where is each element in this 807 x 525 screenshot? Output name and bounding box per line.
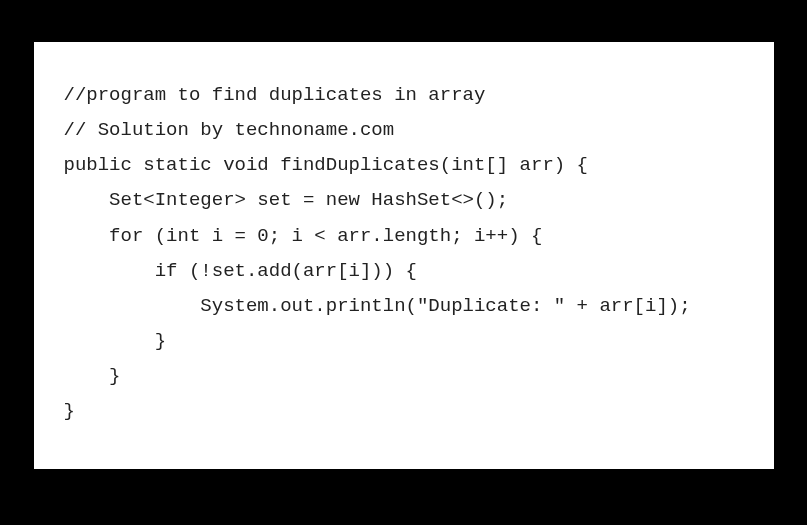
code-line: Set<Integer> set = new HashSet<>(); (64, 183, 744, 218)
code-line: } (64, 324, 744, 359)
code-line: if (!set.add(arr[i])) { (64, 254, 744, 289)
code-line: public static void findDuplicates(int[] … (64, 148, 744, 183)
code-line: for (int i = 0; i < arr.length; i++) { (64, 219, 744, 254)
code-line: } (64, 394, 744, 429)
code-line: // Solution by technoname.com (64, 113, 744, 148)
code-line: //program to find duplicates in array (64, 78, 744, 113)
code-line: System.out.println("Duplicate: " + arr[i… (64, 289, 744, 324)
code-block: //program to find duplicates in array //… (34, 42, 774, 469)
code-line: } (64, 359, 744, 394)
